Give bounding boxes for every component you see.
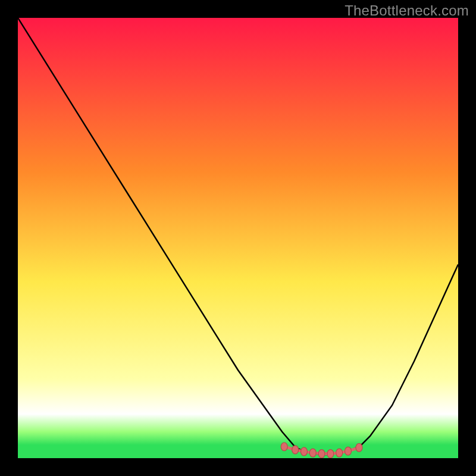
gradient-background: [18, 18, 458, 458]
marker-dot: [318, 450, 325, 458]
marker-dot: [356, 443, 362, 452]
marker-dot: [309, 449, 316, 457]
marker-dot: [336, 449, 343, 457]
plot-svg: [18, 18, 458, 458]
marker-dot: [327, 450, 334, 458]
marker-dot: [281, 443, 287, 451]
marker-dot: [345, 447, 352, 455]
marker-dot: [301, 447, 308, 456]
marker-dot: [292, 446, 299, 454]
plot-frame: [18, 18, 458, 458]
chart-container: TheBottleneck.com: [0, 0, 476, 476]
site-watermark: TheBottleneck.com: [345, 2, 469, 19]
